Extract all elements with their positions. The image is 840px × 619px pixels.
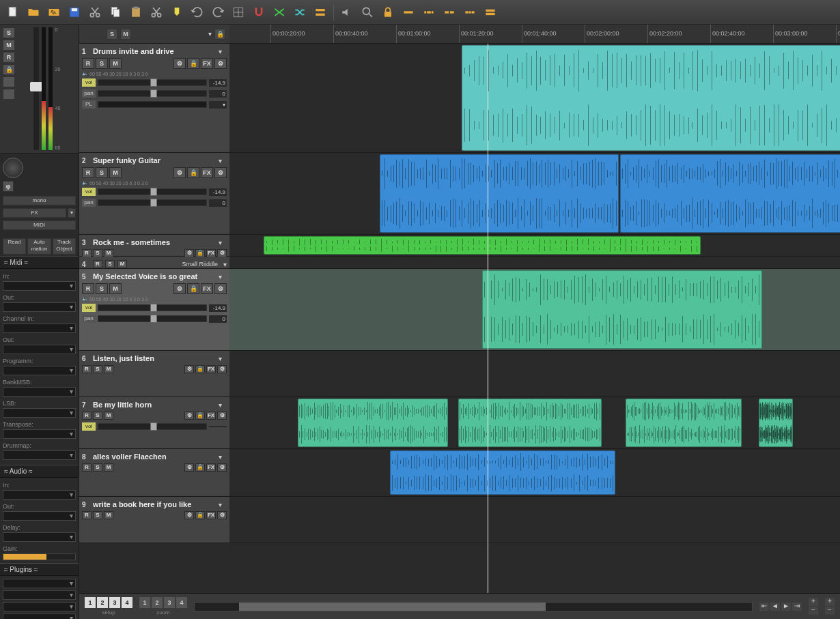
track-rec-button[interactable]: R: [82, 511, 92, 519]
master-aux-button[interactable]: 🔒: [3, 64, 15, 75]
track-mute-button[interactable]: M: [104, 412, 113, 420]
scroll-start-button[interactable]: ⇤: [759, 603, 769, 611]
horizontal-scrollbar[interactable]: [194, 602, 753, 611]
track-rec-button[interactable]: R: [82, 365, 92, 373]
track-mute-button[interactable]: M: [109, 58, 122, 69]
fx-expand[interactable]: ▾: [68, 208, 76, 218]
track-header[interactable]: 2Super funky Guitar▾RSM⚙🔒FX⚙🔈60 50 40 30…: [79, 153, 229, 234]
track-name[interactable]: My Selected Voice is so great: [93, 272, 216, 280]
cut-alt-button[interactable]: [148, 3, 165, 21]
track-gear-button[interactable]: ⚙: [184, 511, 194, 519]
header-dropdown[interactable]: ▾: [208, 30, 212, 38]
track-solo-button[interactable]: S: [93, 365, 102, 373]
tool-a-button[interactable]: [400, 3, 417, 21]
track-rec-button[interactable]: R: [82, 167, 94, 178]
track-expand-button[interactable]: ▾: [219, 453, 227, 461]
track-gear-button[interactable]: ⚙: [173, 167, 186, 178]
track-header[interactable]: 8alles voller Flaechen▾RSM⚙🔒FX⚙: [79, 449, 229, 496]
global-mute-button[interactable]: M: [120, 29, 131, 40]
zoom-out-v-button[interactable]: −: [825, 607, 835, 615]
track-solo-button[interactable]: S: [96, 167, 108, 178]
track-fx-button[interactable]: FX: [206, 463, 216, 472]
track-rec-button[interactable]: R: [82, 283, 94, 294]
shuffle-button[interactable]: [291, 3, 309, 21]
audio-clip[interactable]: [759, 399, 793, 447]
track-lock-button[interactable]: 🔒: [195, 463, 205, 472]
audio-clip[interactable]: [380, 154, 619, 233]
import-audio-button[interactable]: [45, 3, 63, 21]
field-dropdown[interactable]: [3, 387, 76, 397]
track-mute-button[interactable]: M: [109, 283, 122, 294]
track-name[interactable]: Super funky Guitar: [93, 156, 216, 164]
setup-preset-1[interactable]: 1: [85, 597, 96, 608]
undo-button[interactable]: [188, 3, 206, 21]
snap-button[interactable]: [250, 3, 268, 21]
field-dropdown[interactable]: [3, 429, 76, 439]
lock-button[interactable]: [379, 3, 397, 21]
track-solo-button[interactable]: S: [93, 463, 102, 472]
marker-button[interactable]: [168, 3, 186, 21]
tool-e-button[interactable]: [481, 3, 499, 21]
track-name[interactable]: Be my little horn: [93, 401, 216, 409]
global-solo-button[interactable]: S: [107, 29, 117, 40]
field-dropdown[interactable]: [3, 281, 76, 291]
track-solo-button[interactable]: S: [96, 283, 108, 294]
track-aux-button[interactable]: ⚙: [217, 412, 227, 420]
grid-button[interactable]: [229, 3, 247, 21]
track-aux-button[interactable]: ⚙: [217, 511, 227, 519]
track-expand-button[interactable]: ▾: [219, 501, 227, 508]
track-aux-button[interactable]: ⚙: [214, 167, 227, 178]
new-button[interactable]: [4, 3, 22, 21]
track-lock-button[interactable]: 🔒: [195, 412, 205, 420]
track-fx-button[interactable]: FX: [206, 511, 216, 519]
clips-lane[interactable]: [229, 351, 840, 397]
clips-lane[interactable]: [229, 497, 840, 543]
track-aux-button[interactable]: ⚙: [214, 58, 227, 69]
track-name[interactable]: alles voller Flaechen: [93, 452, 216, 461]
audio-clip[interactable]: [298, 399, 448, 447]
master-phi-button[interactable]: φ: [3, 181, 14, 192]
copy-button[interactable]: [107, 3, 124, 21]
zoom-preset-4[interactable]: 4: [176, 597, 187, 608]
cut-button[interactable]: [86, 3, 104, 21]
audio-clip[interactable]: [390, 450, 615, 495]
track-header[interactable]: 4RSMSmall Riiddle▾: [79, 257, 229, 268]
track-expand-button[interactable]: ▾: [219, 239, 227, 246]
track-aux-button[interactable]: ⚙: [217, 365, 227, 373]
gain-slider[interactable]: [3, 553, 76, 560]
field-dropdown[interactable]: [3, 511, 76, 521]
pl-dropdown[interactable]: [98, 101, 207, 108]
crossfade-button[interactable]: [270, 3, 288, 21]
track-solo-button[interactable]: S: [105, 260, 115, 268]
track-name[interactable]: Listen, just listen: [93, 354, 216, 362]
track-aux-button[interactable]: ⚙: [214, 283, 227, 294]
zoom-preset-2[interactable]: 2: [152, 597, 163, 608]
plugin-slot[interactable]: [3, 602, 76, 611]
track-fx-button[interactable]: FX: [201, 167, 213, 178]
clips-lane[interactable]: [229, 269, 840, 350]
plugin-slot[interactable]: [3, 614, 76, 619]
paste-button[interactable]: [127, 3, 145, 21]
track-solo-button[interactable]: S: [93, 412, 102, 420]
track-rec-button[interactable]: R: [82, 58, 94, 69]
field-dropdown[interactable]: [3, 366, 76, 375]
redo-button[interactable]: [209, 3, 227, 21]
track-mute-button[interactable]: M: [104, 365, 113, 373]
track-header[interactable]: 3Rock me - sometimes▾RSM⚙🔒FX⚙: [79, 235, 229, 256]
zoom-in-v-button[interactable]: +: [825, 598, 835, 606]
audio-clip[interactable]: [462, 45, 840, 151]
pan-slider[interactable]: [98, 90, 207, 97]
vol-slider[interactable]: [98, 423, 207, 430]
open-button[interactable]: [25, 3, 42, 21]
track-rec-button[interactable]: R: [82, 412, 92, 420]
track-gear-button[interactable]: ⚙: [184, 412, 194, 420]
track-fx-button[interactable]: FX: [206, 365, 216, 373]
track-header[interactable]: 1Drums invite and drive▾RSM⚙🔒FX⚙🔈60 50 4…: [79, 44, 229, 152]
master-aux-button[interactable]: [3, 89, 15, 100]
vol-slider[interactable]: [98, 304, 207, 311]
track-header[interactable]: 7Be my little horn▾RSM⚙🔒FX⚙vol: [79, 397, 229, 448]
track-name[interactable]: Rock me - sometimes: [93, 238, 216, 246]
field-dropdown[interactable]: [3, 345, 76, 354]
pan-slider[interactable]: [98, 315, 207, 322]
zoom-preset-3[interactable]: 3: [164, 597, 175, 608]
